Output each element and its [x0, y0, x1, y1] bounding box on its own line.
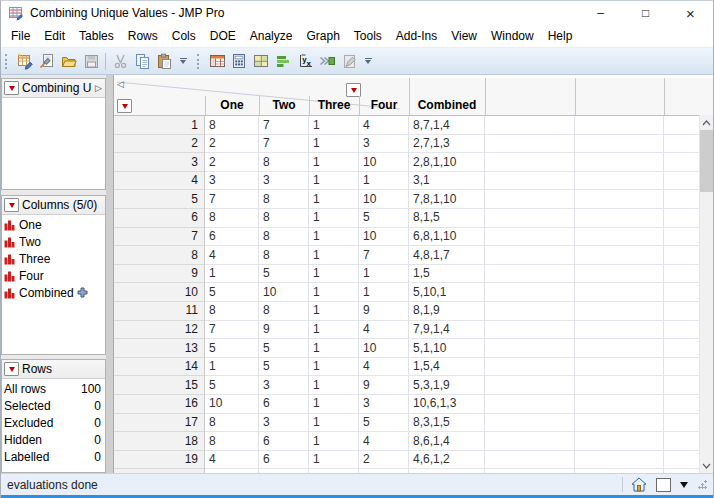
join-tables-button[interactable] [316, 50, 338, 72]
data-cell[interactable]: 1 [309, 376, 359, 395]
data-cell[interactable] [205, 469, 259, 473]
data-cell[interactable]: 1 [309, 451, 359, 470]
data-cell[interactable]: 6 [259, 395, 309, 414]
data-cell[interactable]: 8 [205, 116, 259, 135]
row-number-cell[interactable]: 7 [114, 228, 205, 247]
data-cell[interactable] [575, 190, 664, 209]
row-number-cell[interactable]: 3 [114, 153, 205, 172]
data-cell[interactable]: 5 [205, 283, 259, 302]
data-cell[interactable]: 1 [309, 246, 359, 265]
column-list-item[interactable]: Three [2, 250, 105, 267]
data-cell[interactable]: 1 [359, 172, 409, 191]
data-cell[interactable]: 1 [309, 339, 359, 358]
data-cell[interactable]: 6,8,1,10 [409, 228, 485, 247]
data-cell[interactable]: 8 [259, 190, 309, 209]
data-cell[interactable]: 6 [259, 451, 309, 470]
data-cell[interactable]: 1,5,4 [409, 358, 485, 377]
menu-help[interactable]: Help [541, 26, 580, 46]
data-cell[interactable]: 1 [309, 209, 359, 228]
data-cell[interactable]: 3 [259, 414, 309, 433]
red-triangle-menu-icon[interactable] [4, 362, 19, 376]
data-cell[interactable]: 1 [309, 153, 359, 172]
data-cell[interactable]: 9 [259, 321, 309, 340]
data-cell[interactable]: 1 [309, 283, 359, 302]
rows-menu-icon[interactable] [117, 99, 132, 113]
data-cell[interactable]: 10 [259, 283, 309, 302]
row-number-cell[interactable]: 4 [114, 172, 205, 191]
data-cell[interactable] [485, 116, 575, 135]
data-cell[interactable] [575, 153, 664, 172]
row-number-cell[interactable]: 2 [114, 135, 205, 154]
scrollbar-thumb[interactable] [700, 130, 714, 192]
data-cell[interactable]: 2,8,1,10 [409, 153, 485, 172]
data-cell[interactable]: 1 [309, 190, 359, 209]
data-cell[interactable]: 8,7,1,4 [409, 116, 485, 135]
row-number-cell[interactable]: 17 [114, 414, 205, 433]
table-panel-header[interactable]: Combining U... ▷ [2, 79, 105, 98]
data-cell[interactable]: 4,6,1,2 [409, 451, 485, 470]
data-cell[interactable] [575, 339, 664, 358]
close-button[interactable]: × [668, 1, 713, 25]
data-cell[interactable]: 4 [205, 451, 259, 470]
data-cell[interactable] [309, 469, 359, 473]
data-cell[interactable] [575, 228, 664, 247]
columns-menu-icon[interactable] [346, 83, 361, 97]
row-number-cell[interactable]: 18 [114, 432, 205, 451]
data-cell[interactable]: 10,6,1,3 [409, 395, 485, 414]
rows-panel-header[interactable]: Rows [2, 360, 105, 379]
data-cell[interactable]: 7 [259, 135, 309, 154]
menu-tools[interactable]: Tools [347, 26, 389, 46]
data-cell[interactable] [485, 376, 575, 395]
data-cell[interactable]: 1 [309, 135, 359, 154]
data-cell[interactable] [575, 395, 664, 414]
data-cell[interactable]: 2 [205, 135, 259, 154]
data-cell[interactable]: 1 [359, 283, 409, 302]
data-cell[interactable] [575, 172, 664, 191]
toolbar-drag-handle-icon[interactable] [5, 54, 10, 69]
data-cell[interactable] [485, 432, 575, 451]
data-cell[interactable]: 5,3,1,9 [409, 376, 485, 395]
color-swatch[interactable] [656, 478, 671, 492]
data-cell[interactable]: 1 [205, 358, 259, 377]
data-cell[interactable]: 4,8,1,7 [409, 246, 485, 265]
data-cell[interactable] [485, 283, 575, 302]
data-cell[interactable] [485, 395, 575, 414]
column-header-four[interactable]: Four [359, 96, 409, 115]
toolbar-overflow-icon[interactable] [362, 51, 374, 71]
menu-doe[interactable]: DOE [203, 26, 243, 46]
data-cell[interactable] [575, 246, 664, 265]
row-number-cell[interactable]: 11 [114, 302, 205, 321]
data-cell[interactable]: 1 [309, 395, 359, 414]
columns-panel-header[interactable]: Columns (5/0) [2, 196, 105, 215]
data-cell[interactable] [485, 414, 575, 433]
data-cell[interactable] [575, 209, 664, 228]
data-cell[interactable]: 8 [259, 246, 309, 265]
menu-graph[interactable]: Graph [299, 26, 346, 46]
data-cell[interactable]: 10 [359, 228, 409, 247]
vertical-scrollbar[interactable] [699, 115, 713, 473]
data-cell[interactable]: 2,7,1,3 [409, 135, 485, 154]
data-cell[interactable]: 1 [309, 358, 359, 377]
data-cell[interactable]: 6 [205, 228, 259, 247]
menu-tables[interactable]: Tables [72, 26, 121, 46]
data-cell[interactable]: 2 [205, 153, 259, 172]
data-cell[interactable]: 9 [359, 376, 409, 395]
data-cell[interactable]: 4 [359, 358, 409, 377]
menu-rows[interactable]: Rows [121, 26, 165, 46]
data-cell[interactable] [485, 190, 575, 209]
minimize-button[interactable]: – [578, 1, 623, 25]
data-cell[interactable]: 4 [205, 246, 259, 265]
data-cell[interactable]: 3 [359, 395, 409, 414]
data-cell[interactable] [485, 302, 575, 321]
data-cell[interactable]: 10 [205, 395, 259, 414]
data-cell[interactable]: 8 [259, 302, 309, 321]
collapse-panel-icon[interactable]: ◁ [117, 79, 124, 89]
column-list-item[interactable]: Four [2, 267, 105, 284]
column-header-one[interactable]: One [205, 96, 259, 115]
menu-analyze[interactable]: Analyze [243, 26, 300, 46]
data-cell[interactable] [485, 358, 575, 377]
data-cell[interactable]: 7 [205, 321, 259, 340]
data-cell[interactable]: 1 [309, 321, 359, 340]
data-cell[interactable]: 8,1,5 [409, 209, 485, 228]
split-table-button[interactable] [250, 50, 272, 72]
